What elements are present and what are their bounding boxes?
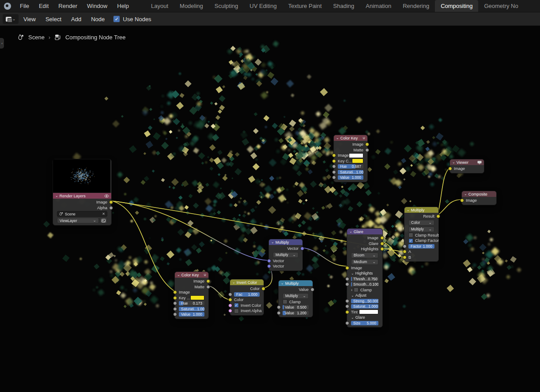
socket-smoothness-in[interactable] [345, 283, 349, 286]
node-viewer[interactable]: ⌄ Viewer Image [449, 159, 484, 173]
socket-hue-in[interactable] [332, 165, 336, 169]
socket-key-color-in[interactable] [173, 296, 177, 300]
chevron-down-icon[interactable]: ⌄ [452, 161, 455, 164]
section-adjust[interactable]: ⌄ Adjust [347, 293, 382, 298]
socket-result-out[interactable] [436, 215, 440, 219]
fac-slider[interactable]: Fac1.000 [234, 292, 260, 297]
node-header-viewer[interactable]: ⌄ Viewer [450, 159, 484, 165]
socket-image-out[interactable] [380, 236, 384, 240]
menu-node[interactable]: Node [86, 16, 110, 23]
menu-window[interactable]: Window [82, 0, 112, 12]
socket-saturation-in[interactable] [173, 307, 177, 311]
tab-shading[interactable]: Shading [328, 0, 360, 12]
node-header-vector-multiply[interactable]: ⌄ Multiply [269, 239, 302, 245]
node-header-composite[interactable]: ⌄ Composite [462, 191, 496, 197]
node-header-render-layers[interactable]: ⌄ Render Layers [53, 193, 111, 199]
key-color-swatch[interactable] [190, 295, 204, 300]
tab-animation[interactable]: Animation [360, 0, 397, 12]
socket-alpha-out[interactable] [109, 206, 113, 210]
chevron-down-icon[interactable]: ⌄ [177, 273, 180, 277]
view-layer-dropdown[interactable]: ViewLayer ⌄ [57, 218, 99, 223]
tab-layout[interactable]: Layout [145, 0, 174, 12]
socket-size-in[interactable] [345, 321, 349, 325]
blender-logo-icon[interactable] [0, 0, 15, 12]
node-header-math-multiply[interactable]: ⌄ Multiply [279, 280, 313, 286]
value2-slider[interactable]: Value1.200 [283, 311, 309, 315]
menu-edit[interactable]: Edit [34, 0, 53, 12]
chevron-down-icon[interactable]: ⌄ [407, 208, 410, 212]
editor-type-button[interactable]: ⌄ [3, 14, 19, 24]
checkbox-clamp-result[interactable] [408, 233, 413, 237]
node-mix-multiply[interactable]: ⌄ Multiply Result Color⌄ Multiply⌄ Clamp… [404, 207, 439, 262]
node-vector-multiply[interactable]: ⌄ Multiply Vector Multiply⌄ Vector Vecto… [268, 239, 303, 271]
smoothness-slider[interactable]: Smooth...0.100 [351, 282, 378, 286]
checkbox-clamp-factor[interactable]: ✓ [408, 238, 413, 243]
socket-saturation-in[interactable] [345, 305, 349, 309]
tab-sculpting[interactable]: Sculpting [209, 0, 244, 12]
socket-fac-in[interactable] [228, 292, 232, 296]
section-glare[interactable]: ⌄ Glare [347, 315, 382, 320]
scene-selector[interactable]: Scene ✕ [57, 211, 107, 217]
socket-vector1-in[interactable] [267, 259, 271, 263]
strength-slider[interactable]: Streng...50.000 [351, 299, 378, 303]
socket-invert-alpha-in[interactable] [228, 309, 232, 313]
socket-value1-in[interactable] [277, 305, 281, 309]
tab-compositing[interactable]: Compositing [435, 0, 478, 12]
socket-vector2-in[interactable] [267, 264, 271, 268]
chevron-down-icon[interactable]: ⌄ [336, 136, 339, 140]
eye-icon[interactable] [104, 194, 109, 198]
menu-add[interactable]: Add [66, 16, 86, 23]
menu-render[interactable]: Render [53, 0, 82, 12]
checkbox-clamp[interactable] [354, 287, 359, 292]
socket-image-out[interactable] [109, 200, 113, 204]
hue-slider[interactable]: Hue0.687 [338, 164, 363, 169]
node-header-color-key[interactable]: ⌄ Color Key ∪ [334, 135, 367, 141]
socket-key-color-in[interactable] [332, 159, 336, 163]
quality-dropdown[interactable]: Medium⌄ [351, 259, 378, 265]
socket-saturation-in[interactable] [332, 170, 336, 174]
socket-matte-out[interactable] [365, 148, 369, 152]
key-color-swatch[interactable] [352, 158, 363, 163]
socket-image-in[interactable] [460, 199, 464, 203]
node-composite[interactable]: ⌄ Composite Image [461, 191, 497, 205]
checkbox-clamp[interactable] [283, 299, 287, 304]
socket-hue-in[interactable] [173, 302, 177, 305]
value1-slider[interactable]: Value0.500 [283, 305, 309, 309]
socket-b-in[interactable] [403, 255, 407, 259]
close-icon[interactable]: ✕ [102, 212, 105, 216]
chevron-down-icon[interactable]: ⌄ [281, 282, 284, 285]
socket-image-in[interactable] [173, 290, 177, 294]
tab-uv-editing[interactable]: UV Editing [244, 0, 282, 12]
saturation-slider[interactable]: Saturati...1.000 [179, 307, 204, 311]
node-color-key-bottom[interactable]: ⌄ Color Key ∪ Image Matte Image Key ... … [174, 271, 209, 319]
socket-image-in[interactable] [332, 154, 336, 158]
socket-image-in[interactable] [345, 266, 349, 270]
glare-type-dropdown[interactable]: Bloom⌄ [351, 253, 378, 258]
size-slider[interactable]: Size5.000 [351, 321, 378, 325]
render-layer-button[interactable] [100, 218, 107, 223]
node-render-layers[interactable]: ⌄ Render Layers Image Alpha Scene ✕ [53, 159, 112, 226]
section-highlights[interactable]: ⌄ Highlights [347, 271, 382, 276]
node-math-multiply[interactable]: ⌄ Multiply Value Multiply⌄ Clamp Value0.… [278, 280, 313, 317]
saturation-slider[interactable]: Saturati...1.000 [338, 170, 363, 174]
tab-texture-paint[interactable]: Texture Paint [283, 0, 328, 12]
socket-value-out[interactable] [310, 288, 314, 292]
socket-strength-in[interactable] [345, 299, 349, 303]
hue-slider[interactable]: Hue0.173 [179, 301, 204, 305]
image-color-swatch[interactable] [349, 153, 363, 158]
socket-matte-out[interactable] [206, 285, 210, 289]
chevron-down-icon[interactable]: ⌄ [271, 241, 274, 244]
menu-view[interactable]: View [19, 16, 41, 23]
socket-invert-color-in[interactable] [228, 303, 232, 307]
node-color-key-top[interactable]: ⌄ Color Key ∪ Image Matte Image Key C...… [333, 135, 368, 182]
socket-value-in[interactable] [173, 313, 177, 317]
node-invert-color[interactable]: ⌄ Invert Color Color Fac1.000 Color ✓ In… [230, 279, 264, 316]
chevron-right-icon[interactable]: › [351, 288, 352, 292]
node-glare[interactable]: ⌄ Glare Image Glare Highlights Bloom⌄ Me… [347, 228, 383, 328]
checkbox-invert-alpha[interactable] [234, 309, 239, 313]
factor-slider[interactable]: Factor1.000 [408, 244, 434, 249]
sidebar-collapse-tab[interactable]: ‹ [0, 38, 4, 49]
socket-image-in[interactable] [448, 167, 452, 171]
socket-threshold-in[interactable] [345, 277, 349, 281]
menu-select[interactable]: Select [41, 16, 66, 23]
